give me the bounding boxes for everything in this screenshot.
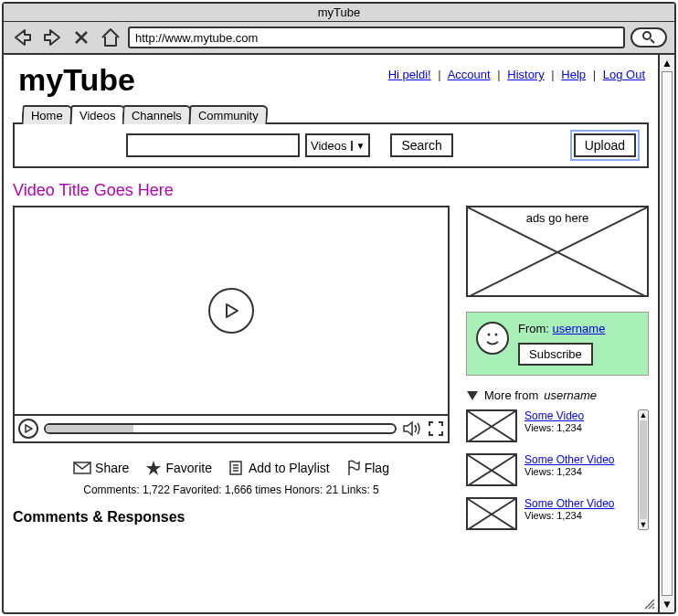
page-scrollbar[interactable]: ▲ ▼ <box>658 55 674 612</box>
back-button[interactable] <box>11 26 35 49</box>
svg-point-0 <box>643 32 651 39</box>
video-stats: Comments: 1,722 Favorited: 1,666 times H… <box>13 483 450 496</box>
star-icon <box>145 460 162 476</box>
related-title[interactable]: Some Other Video <box>524 497 615 510</box>
video-canvas[interactable] <box>15 207 448 414</box>
search-bar: Videos ▼ Search Upload <box>13 122 649 168</box>
play-button[interactable] <box>18 419 38 439</box>
flag-action[interactable]: Flag <box>346 460 389 476</box>
chevron-down-icon <box>466 390 479 401</box>
seek-bar[interactable] <box>44 423 397 434</box>
related-views: Views: 1,234 <box>524 466 615 477</box>
flag-icon <box>346 460 361 476</box>
home-button[interactable] <box>99 26 122 49</box>
go-button[interactable] <box>630 27 667 48</box>
more-from-header[interactable]: More from username <box>466 388 649 402</box>
mail-icon <box>73 462 91 474</box>
related-item[interactable]: Some Video Views: 1,234 <box>466 409 632 442</box>
related-views: Views: 1,234 <box>524 510 615 521</box>
volume-icon[interactable] <box>402 420 422 437</box>
thumbnail <box>466 497 517 530</box>
related-title[interactable]: Some Video <box>524 409 584 422</box>
stop-button[interactable] <box>69 26 93 49</box>
browser-toolbar <box>4 22 674 55</box>
related-item[interactable]: Some Other Video Views: 1,234 <box>466 453 632 486</box>
from-label: From: <box>518 322 549 335</box>
url-input[interactable] <box>128 27 625 48</box>
related-views: Views: 1,234 <box>524 422 584 433</box>
avatar-icon <box>476 322 509 355</box>
fullscreen-icon[interactable] <box>428 420 444 437</box>
tab-videos[interactable]: Videos <box>69 105 125 124</box>
uploader-link[interactable]: username <box>553 322 606 335</box>
share-action[interactable]: Share <box>73 461 129 475</box>
comments-header: Comments & Responses <box>13 509 450 526</box>
main-tabs: Home Videos Channels Community <box>22 105 649 124</box>
account-link[interactable]: Account <box>448 68 491 81</box>
video-title: Video Title Goes Here <box>13 181 649 200</box>
play-icon[interactable] <box>208 288 254 334</box>
greeting-link[interactable]: Hi peldi! <box>388 68 431 81</box>
thumbnail <box>466 409 517 442</box>
resize-grip-icon[interactable] <box>643 598 656 611</box>
search-input[interactable] <box>126 133 300 157</box>
svg-point-3 <box>488 334 491 336</box>
favorite-action[interactable]: Favorite <box>145 460 212 476</box>
list-icon <box>228 460 245 476</box>
playlist-action[interactable]: Add to Playlist <box>228 460 330 476</box>
thumbnail <box>466 453 517 486</box>
logout-link[interactable]: Log Out <box>603 68 645 81</box>
history-link[interactable]: History <box>507 68 544 81</box>
video-actions: Share Favorite Add to Playlist Flag <box>13 460 450 476</box>
window-title: myTube <box>318 5 360 19</box>
related-item[interactable]: Some Other Video Views: 1,234 <box>466 497 632 530</box>
forward-button[interactable] <box>40 26 64 49</box>
tab-channels[interactable]: Channels <box>122 105 192 124</box>
search-button[interactable]: Search <box>390 133 452 157</box>
upload-button[interactable]: Upload <box>574 133 636 157</box>
help-link[interactable]: Help <box>561 68 586 81</box>
player-controls <box>15 414 448 441</box>
tab-community[interactable]: Community <box>189 105 269 124</box>
video-player <box>13 206 450 443</box>
related-title[interactable]: Some Other Video <box>524 453 615 466</box>
subscribe-button[interactable]: Subscribe <box>518 343 593 366</box>
window-title-bar: myTube <box>4 4 674 22</box>
header-links: Hi peldi! | Account | History | Help | L… <box>388 68 645 81</box>
related-scrollbar[interactable]: ▲ ▼ <box>638 409 649 530</box>
ad-box[interactable]: ads go here <box>466 206 649 297</box>
search-category-select[interactable]: Videos ▼ <box>305 133 370 157</box>
uploader-box: From: username Subscribe <box>466 312 649 376</box>
related-list: Some Video Views: 1,234 Some Other Video <box>466 409 649 530</box>
svg-point-4 <box>495 334 498 336</box>
placeholder-icon <box>468 207 647 297</box>
tab-home[interactable]: Home <box>21 105 72 124</box>
